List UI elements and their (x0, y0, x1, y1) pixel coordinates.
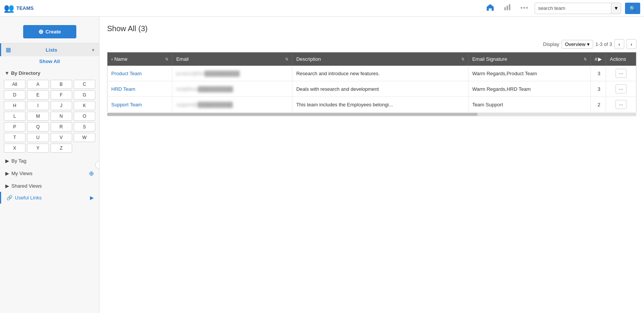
home-button[interactable] (483, 1, 497, 15)
my-views-item[interactable]: ▶ My Views ⊕ (0, 167, 99, 180)
show-all-link[interactable]: Show All (0, 56, 99, 66)
app-title: TEAMS (16, 5, 34, 11)
by-tag-item[interactable]: ▶ By Tag (0, 155, 99, 167)
by-directory-toggle[interactable]: ▼ By Directory (4, 69, 95, 77)
cell-description: This team includes the Employees belongi… (292, 97, 468, 112)
letter-t[interactable]: T (4, 133, 25, 142)
display-label: Display (543, 41, 559, 47)
teams-table: ‹ Name ⇅ Email ⇅ Description ⇅ (107, 52, 636, 112)
sort-icon-email: ⇅ (285, 57, 288, 61)
cell-signature: Warm Regards,Product Team (468, 66, 590, 81)
letter-e[interactable]: E (27, 90, 49, 100)
my-views-label: My Views (11, 171, 32, 176)
letter-n[interactable]: N (51, 112, 72, 121)
letter-l[interactable]: L (4, 112, 25, 121)
cell-name[interactable]: Support Team (107, 97, 172, 112)
cell-count: 3 (591, 81, 606, 97)
create-button[interactable]: ⊕ Create (23, 25, 76, 38)
letter-f[interactable]: F (51, 90, 72, 100)
sort-icon-count: ▶ (598, 56, 602, 62)
chevron-right-icon: ▶ (5, 171, 9, 176)
col-email[interactable]: Email ⇅ (172, 52, 292, 66)
cell-description: Research and introduce new features. (292, 66, 468, 81)
letter-y[interactable]: Y (27, 144, 49, 153)
chevron-right-icon: › (631, 41, 632, 47)
lists-section: ▦ Lists ▾ Show All ▼ By Directory All A … (0, 43, 99, 155)
row-actions-button[interactable]: ··· (616, 69, 627, 78)
letter-i[interactable]: I (27, 101, 49, 110)
cell-actions: ··· (606, 97, 636, 112)
table-header-row: ‹ Name ⇅ Email ⇅ Description ⇅ (107, 52, 636, 66)
cell-signature: Warm Regards,HRD Team (468, 81, 590, 97)
letter-z[interactable]: Z (51, 144, 72, 153)
letter-r[interactable]: R (51, 122, 72, 131)
more-button[interactable]: ••• (517, 2, 532, 14)
search-button[interactable]: 🔍 (625, 3, 640, 14)
letter-k[interactable]: K (74, 101, 95, 110)
letter-p[interactable]: P (4, 122, 25, 131)
col-count[interactable]: # ▶ (591, 52, 606, 66)
letter-s[interactable]: S (74, 122, 95, 131)
lists-icon: ▦ (6, 46, 11, 53)
col-email-signature[interactable]: Email Signature ⇅ (468, 52, 590, 66)
letter-c[interactable]: C (74, 80, 95, 89)
app-brand: 👥 TEAMS (4, 3, 34, 13)
svg-rect-2 (509, 4, 510, 10)
cell-actions: ··· (606, 81, 636, 97)
sort-icon-signature: ⇅ (584, 57, 587, 61)
letter-m[interactable]: M (27, 112, 49, 121)
letter-b[interactable]: B (51, 80, 72, 89)
letter-h[interactable]: H (4, 101, 25, 110)
lists-header[interactable]: ▦ Lists ▾ (0, 43, 99, 56)
dropdown-arrow-icon: ▾ (587, 41, 590, 47)
letter-q[interactable]: Q (27, 122, 49, 131)
cell-name[interactable]: HRD Team (107, 81, 172, 97)
home-icon (486, 3, 494, 11)
chart-icon (504, 3, 511, 11)
letter-j[interactable]: J (51, 101, 72, 110)
letter-x[interactable]: X (4, 144, 25, 153)
svg-rect-0 (504, 7, 506, 10)
chevron-right-icon: ▶ (5, 183, 9, 189)
add-view-icon[interactable]: ⊕ (89, 170, 94, 177)
display-option-label: Overview (565, 41, 586, 47)
next-page-button[interactable]: › (627, 39, 636, 49)
table-controls: Display Overview ▾ 1-3 of 3 ‹ › (107, 39, 636, 49)
cell-name[interactable]: Product Team (107, 66, 172, 81)
content-area: Show All (3) Display Overview ▾ 1-3 of 3… (99, 17, 644, 313)
letter-a[interactable]: A (27, 80, 49, 89)
row-actions-button[interactable]: ··· (616, 84, 627, 93)
link-icon: 🔗 (6, 195, 13, 201)
chart-button[interactable] (500, 1, 514, 15)
more-dots-icon: ••• (520, 4, 529, 12)
display-dropdown[interactable]: Overview ▾ (562, 40, 593, 49)
shared-views-item[interactable]: ▶ Shared Views (0, 180, 99, 192)
horizontal-scrollbar[interactable] (107, 113, 636, 117)
cell-email: product@flor██████████ (172, 66, 292, 81)
letter-v[interactable]: V (51, 133, 72, 142)
letter-d[interactable]: D (4, 90, 25, 100)
chevron-down-icon: ▼ (614, 5, 619, 11)
prev-page-button[interactable]: ‹ (614, 39, 624, 49)
letter-w[interactable]: W (74, 133, 95, 142)
page-title: Show All (3) (107, 24, 636, 33)
useful-links-item[interactable]: 🔗 Useful Links ▶ (0, 192, 99, 204)
letter-g[interactable]: G (74, 90, 95, 100)
main-layout: ⊕ Create ▦ Lists ▾ Show All ▼ By Directo… (0, 17, 644, 313)
svg-rect-1 (507, 6, 508, 10)
plus-icon: ⊕ (38, 28, 43, 35)
col-description[interactable]: Description ⇅ (292, 52, 468, 66)
shared-views-label: Shared Views (11, 183, 42, 189)
navbar: 👥 TEAMS ••• ▼ 🔍 (0, 0, 644, 17)
search-dropdown-button[interactable]: ▼ (611, 3, 621, 14)
row-actions-button[interactable]: ··· (616, 100, 627, 109)
sidebar: ⊕ Create ▦ Lists ▾ Show All ▼ By Directo… (0, 17, 99, 313)
letter-o[interactable]: O (74, 112, 95, 121)
letter-u[interactable]: U (27, 133, 49, 142)
search-input[interactable] (535, 5, 611, 11)
col-name[interactable]: ‹ Name ⇅ (107, 52, 172, 66)
col-actions: Actions (606, 52, 636, 66)
cell-count: 3 (591, 66, 606, 81)
table-row: Support Team support@██████████ This tea… (107, 97, 636, 112)
letter-all[interactable]: All (4, 80, 25, 89)
